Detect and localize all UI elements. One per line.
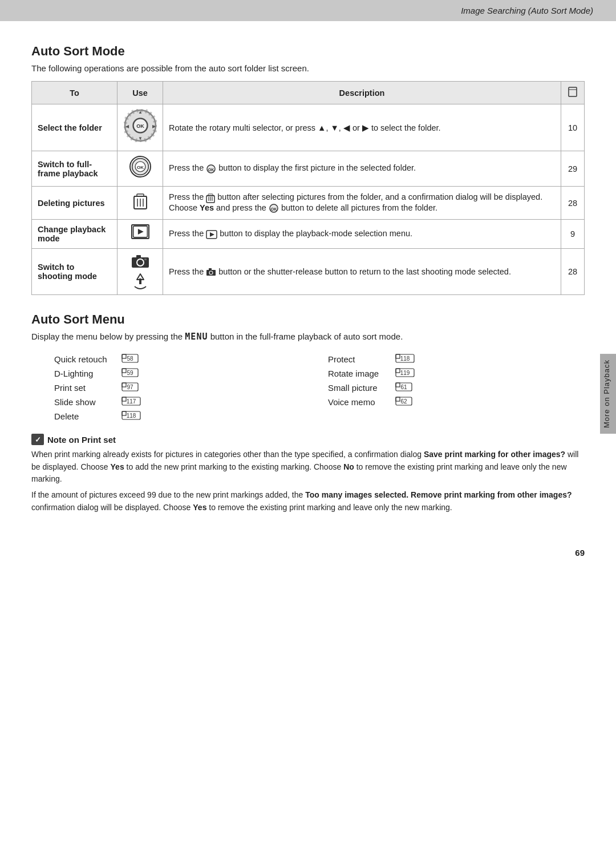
svg-rect-59	[396, 354, 400, 358]
playback-button-icon	[131, 224, 149, 239]
menu-keyword: MENU	[185, 332, 208, 342]
menu-right-col: Protect 118 Rotate image 119 Small pictu…	[328, 352, 585, 423]
row-desc-shooting: Press the button or the shutter-release …	[163, 249, 561, 295]
table-row: Change playback mode Press the button to…	[32, 220, 585, 249]
menu-item: Protect 118	[328, 352, 585, 366]
svg-text:▲: ▲	[138, 110, 143, 115]
ref-icon: 59	[121, 368, 139, 377]
menu-item: Slide show 117	[54, 395, 311, 409]
svg-text:58: 58	[127, 356, 133, 362]
row-ref-select-folder: 10	[561, 104, 585, 151]
row-desc-delete: Press the button after selecting picture…	[163, 187, 561, 220]
svg-rect-0	[569, 87, 577, 96]
row-to-select-folder: Select the folder	[32, 104, 117, 151]
ref-icon: 119	[395, 368, 415, 377]
row-ref-delete: 28	[561, 187, 585, 220]
svg-text:▼: ▼	[138, 136, 143, 141]
svg-rect-37	[144, 259, 147, 260]
row-desc-select-folder: Rotate the rotary multi selector, or pre…	[163, 104, 561, 151]
rotary-icon: OK ▲ ▼ ◀ ▶	[124, 109, 157, 142]
svg-text:OK: OK	[136, 165, 143, 170]
menu-left-col: Quick retouch 58 D-Lighting 59 Print set	[54, 352, 311, 423]
row-use-playback	[117, 220, 163, 249]
svg-text:OK: OK	[271, 207, 277, 211]
svg-text:62: 62	[400, 398, 407, 405]
row-to-delete: Deleting pictures	[32, 187, 117, 220]
svg-rect-65	[396, 383, 400, 387]
row-to-fullframe: Switch to full-frame playback	[32, 151, 117, 187]
menu-item: Rotate image 119	[328, 366, 585, 381]
table-row: Switch to full-frame playback OK	[32, 151, 585, 187]
svg-text:◀: ◀	[125, 124, 129, 129]
menu-items-grid: Quick retouch 58 D-Lighting 59 Print set	[54, 352, 585, 423]
auto-sort-mode-subtitle: The following operations are possible fr…	[31, 63, 585, 73]
col-header-use: Use	[117, 82, 163, 104]
table-row: Select the folder	[32, 104, 585, 151]
svg-rect-42	[209, 268, 212, 270]
svg-rect-24	[208, 194, 213, 196]
menu-item: Quick retouch 58	[54, 352, 311, 366]
svg-text:118: 118	[127, 413, 136, 419]
auto-sort-menu-subtitle: Display the menu below by pressing the M…	[31, 332, 585, 342]
header-bar: Image Searching (Auto Sort Mode)	[0, 0, 616, 21]
auto-sort-menu-section: Auto Sort Menu Display the menu below by…	[31, 312, 585, 514]
note-para-2: If the amount of pictures exceed 99 due …	[31, 489, 585, 514]
trash-icon	[132, 191, 149, 211]
svg-text:118: 118	[400, 356, 410, 362]
row-use-trash	[117, 187, 163, 220]
auto-sort-mode-section: Auto Sort Mode The following operations …	[31, 44, 585, 295]
row-ref-fullframe: 29	[561, 151, 585, 187]
svg-rect-39	[139, 278, 141, 284]
auto-sort-mode-title: Auto Sort Mode	[31, 44, 585, 59]
main-content: Auto Sort Mode The following operations …	[0, 21, 616, 542]
table-row: Deleting pictures	[32, 187, 585, 220]
ref-icon: 97	[121, 382, 139, 391]
svg-text:117: 117	[127, 398, 136, 405]
note-title: ✓ Note on Print set	[31, 434, 585, 445]
svg-rect-62	[396, 369, 400, 373]
row-use-shooting	[117, 249, 163, 295]
operations-table: To Use Description	[31, 81, 585, 295]
svg-rect-18	[137, 194, 144, 196]
col-header-to: To	[32, 82, 117, 104]
row-use-rotary: OK ▲ ▼ ◀ ▶	[117, 104, 163, 151]
svg-rect-56	[122, 411, 126, 415]
svg-text:OK: OK	[208, 168, 214, 172]
svg-text:119: 119	[400, 370, 410, 376]
row-ref-shooting: 28	[561, 249, 585, 295]
ref-icon: 118	[395, 354, 415, 363]
row-use-ok: OK	[117, 151, 163, 187]
menu-item: Voice memo 62	[328, 395, 585, 409]
svg-rect-47	[122, 369, 126, 373]
row-desc-fullframe: Press the OK button to display the first…	[163, 151, 561, 187]
page-container: Image Searching (Auto Sort Mode) More on…	[0, 0, 616, 848]
row-desc-playback: Press the button to display the playback…	[163, 220, 561, 249]
menu-item: Small picture 61	[328, 381, 585, 395]
svg-text:OK: OK	[136, 123, 144, 129]
row-to-shooting: Switch to shooting mode	[32, 249, 117, 295]
menu-item: D-Lighting 59	[54, 366, 311, 381]
svg-text:59: 59	[127, 370, 133, 376]
svg-text:61: 61	[400, 384, 407, 390]
svg-text:97: 97	[127, 384, 133, 390]
checkmark-icon: ✓	[31, 434, 44, 445]
ref-icon: 62	[395, 397, 412, 406]
auto-sort-menu-title: Auto Sort Menu	[31, 312, 585, 327]
svg-rect-68	[396, 397, 400, 401]
table-header-row: To Use Description	[32, 82, 585, 104]
row-to-playback: Change playback mode	[32, 220, 117, 249]
col-header-description: Description	[163, 82, 561, 104]
svg-rect-53	[122, 397, 126, 401]
note-para-1: When print marking already exists for pi…	[31, 449, 585, 486]
svg-rect-36	[136, 255, 141, 258]
table-row: Switch to shooting mode	[32, 249, 585, 295]
ref-icon: 61	[395, 382, 412, 391]
col-header-ref	[561, 82, 585, 104]
menu-item: Delete 118	[54, 409, 311, 423]
header-title: Image Searching (Auto Sort Mode)	[461, 6, 593, 15]
note-box: ✓ Note on Print set When print marking a…	[31, 434, 585, 514]
ok-button-icon: OK	[129, 156, 151, 177]
page-number: 69	[0, 542, 616, 569]
svg-text:▶: ▶	[152, 124, 156, 129]
row-ref-playback: 9	[561, 220, 585, 249]
